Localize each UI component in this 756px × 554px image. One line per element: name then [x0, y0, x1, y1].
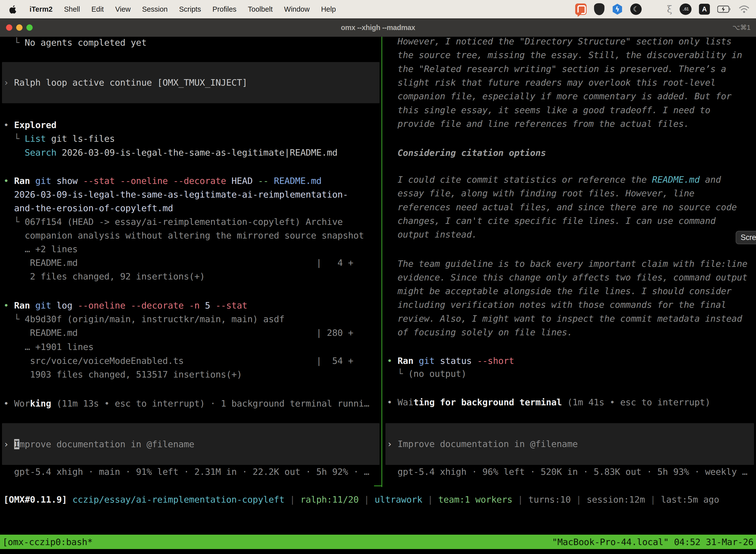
terminal-line: provide file and line references from th… [387, 117, 756, 130]
terminal-line: essay file, along with finding root file… [387, 186, 756, 200]
terminal-line: of focusing solely on file lines. [387, 325, 756, 339]
terminal-line: • Ran git status --short [387, 354, 756, 368]
terminal-line: gpt-5.4 xhigh · main · 91% left · 2.31M … [3, 465, 381, 479]
menu-item-scripts[interactable]: Scripts [173, 5, 207, 13]
terminal-line: 2 files changed, 92 insertions(+) [3, 270, 381, 283]
screen-share-tooltip: Scre [736, 231, 756, 244]
menu-item-toolbelt[interactable]: Toolbelt [242, 5, 278, 13]
keyboard-layout-icon[interactable]: A [699, 4, 710, 15]
terminal-line: including verification notes with those … [387, 298, 756, 312]
wifi-icon[interactable] [739, 5, 750, 13]
terminal-line: └ 4b9d30f (origin/main, instructkr/main,… [3, 312, 381, 326]
squiggle-icon[interactable]: ξ [667, 4, 672, 15]
terminal-line: • Waiting for background terminal (1m 41… [387, 395, 756, 409]
terminal-line: Considering citation options [387, 146, 756, 160]
omx-status-line: [OMX#0.11.9] cczip/essay/ai-reimplementa… [3, 493, 719, 506]
window-shortcut-badge: ⌥⌘1 [733, 23, 751, 32]
terminal-line: • Working (11m 13s • esc to interrupt) ·… [3, 397, 381, 410]
terminal-line: 1903 files changed, 513517 insertions(+) [3, 368, 381, 381]
terminal-line: the "Related research writing" section i… [387, 62, 756, 76]
menu-item-shell[interactable]: Shell [58, 5, 86, 13]
terminal-line: • Ran git show --stat --oneline --decora… [3, 174, 381, 188]
screenshot-icon[interactable] [575, 3, 586, 15]
terminal-line: However, I noticed the "Directory Struct… [387, 37, 756, 48]
terminal-line: … +1901 lines [3, 340, 381, 354]
terminal: └ No agents completed yet› Ralph loop ac… [0, 37, 756, 554]
menu-item-help[interactable]: Help [315, 5, 341, 13]
terminal-line: └ List git ls-files [3, 132, 381, 146]
moon-icon[interactable]: ☾ [630, 3, 642, 15]
dots-grid-icon[interactable] [649, 4, 659, 14]
shield-grid-icon[interactable] [594, 3, 605, 15]
terminal-line: The team guideline is to back every impo… [387, 257, 756, 271]
pane-divider[interactable] [381, 37, 382, 487]
percent-badge-icon[interactable]: ..61 [680, 3, 692, 15]
tmux-session-label: [omx-cczip0:bash* [2, 537, 92, 547]
terminal-line: output instead. [387, 228, 756, 241]
terminal-line: 2026-03-09-is-legal-the-same-as-legitima… [3, 188, 381, 201]
menu-item-session[interactable]: Session [136, 5, 173, 13]
terminal-line: … +2 lines [3, 242, 381, 256]
terminal-line: companion analysis without altering the … [3, 229, 381, 242]
screen-share-tooltip-label: Scre [741, 233, 756, 242]
apple-logo-icon[interactable] [9, 5, 17, 14]
menu-item-window[interactable]: Window [278, 5, 315, 13]
terminal-line: README.md | 280 + [3, 326, 381, 340]
left-pane: └ No agents completed yet› Ralph loop ac… [0, 37, 381, 501]
menu-item-view[interactable]: View [109, 5, 136, 13]
menu-item-edit[interactable]: Edit [85, 5, 109, 13]
terminal-line: › Improve documentation in @filename [387, 437, 756, 451]
terminal-line: slight risk that future readers may over… [387, 76, 756, 89]
terminal-line: README.md | 4 + [3, 256, 381, 270]
terminal-line: › Improve documentation in @filename [3, 437, 381, 451]
terminal-line: src/voice/voiceModeEnabled.ts | 54 + [3, 354, 381, 368]
tmux-host-clock: "MacBook-Pro-44.local" 04:52 31-Mar-26 [552, 537, 754, 547]
terminal-line: the source tree, missing the essay. Stil… [387, 48, 756, 62]
menu-item-profiles[interactable]: Profiles [207, 5, 242, 13]
menu-bar-status-area: ϟ ☾ ξ ..61 A [575, 3, 750, 15]
terminal-line: gpt-5.4 xhigh · 96% left · 520K in · 5.8… [387, 465, 756, 479]
terminal-line: I could cite commit statistics or refere… [387, 173, 756, 186]
terminal-line: evidence. Since this change only affects… [387, 271, 756, 284]
tmux-status-bar: [omx-cczip0:bash* "MacBook-Pro-44.local"… [0, 535, 756, 549]
right-pane: However, I noticed the "Directory Struct… [383, 37, 756, 501]
terminal-line: references need actual files, and since … [387, 200, 756, 214]
terminal-line: › Ralph loop active continue [OMX_TMUX_I… [3, 76, 381, 89]
menu-bar: iTerm2 Shell Edit View Session Scripts P… [0, 0, 756, 18]
terminal-line: and-the-erosion-of-copyleft.md [3, 201, 381, 215]
pane-divider-foot [374, 486, 382, 486]
terminal-line: companion file, especially if more comme… [387, 89, 756, 103]
terminal-line: might be acceptable alongside the file l… [387, 284, 756, 298]
window-title-bar: omx --xhigh --madmax ⌥⌘1 [0, 18, 756, 37]
window-title: omx --xhigh --madmax [0, 23, 756, 32]
terminal-line: └ (no output) [387, 367, 756, 381]
terminal-line: └ 067f154 (HEAD -> essay/ai-reimplementa… [3, 215, 381, 229]
badge-icon[interactable]: ϟ [612, 4, 623, 15]
menu-item-app[interactable]: iTerm2 [24, 5, 58, 13]
terminal-line: • Ran git log --oneline --decorate -n 5 … [3, 298, 381, 312]
terminal-line: this single essay, it seems like a good … [387, 103, 756, 117]
terminal-line: • Explored [3, 118, 381, 132]
terminal-line: review. Also, I might want to inspect th… [387, 312, 756, 325]
terminal-line: changes, I can't cite specific file line… [387, 214, 756, 228]
terminal-line: └ No agents completed yet [3, 37, 381, 49]
terminal-line: Search 2026-03-09-is-legal-the-same-as-l… [3, 146, 381, 159]
battery-icon[interactable] [717, 5, 731, 13]
